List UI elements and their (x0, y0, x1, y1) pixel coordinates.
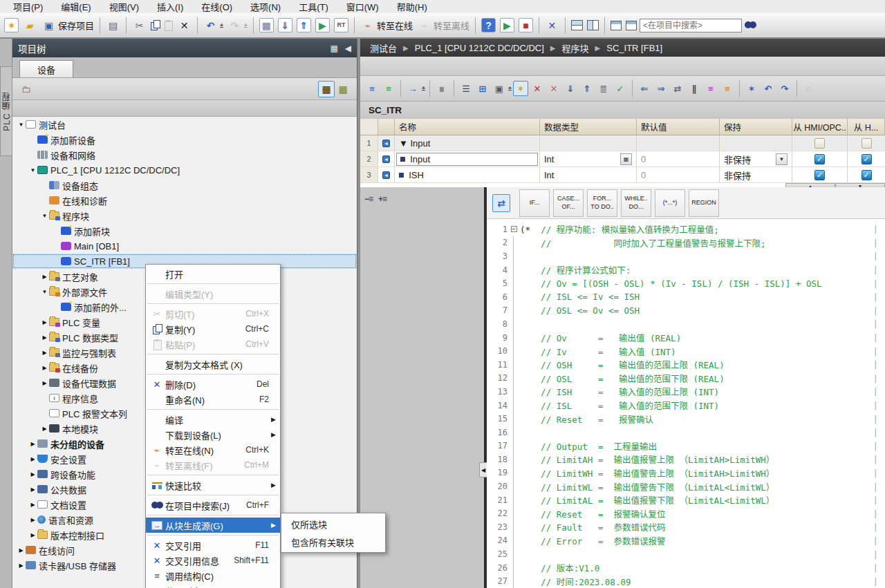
context-menu-item[interactable]: ⌁转至在线(N)Ctrl+K (146, 442, 280, 457)
tree-expand-icon[interactable]: ▶ (40, 274, 49, 280)
search-input[interactable] (640, 19, 742, 32)
code-line[interactable]: 16| (487, 426, 885, 439)
breadcrumb-item[interactable]: SC_ITR [FB1] (606, 43, 662, 53)
keep-actual-values-icon[interactable]: ∎ (434, 81, 449, 96)
code-line[interactable]: 2 // 同时加入了工程量值警告与报警上下限;| (487, 236, 885, 250)
default-value-cell[interactable]: 0 (637, 151, 720, 167)
context-menu-item[interactable]: 编译▶ (146, 412, 280, 427)
sidebar-tab-plc-programming[interactable]: PLC 编程 (0, 66, 12, 156)
tree-expand-icon[interactable]: ▶ (28, 502, 37, 508)
hmi-checkbox[interactable]: ✓ (861, 154, 872, 164)
context-menu-item[interactable]: →从块生成源(G)▶ (146, 518, 280, 533)
details-view-icon[interactable]: ▦ (318, 81, 335, 97)
tree-expand-icon[interactable]: ▼ (17, 122, 26, 128)
outdent-code-icon[interactable]: ⇄ (670, 81, 685, 96)
tree-item[interactable]: ▼测试台 (12, 117, 357, 132)
add-parameter-after-icon[interactable]: ≡ (381, 81, 396, 96)
dropdown-caret-icon[interactable]: ± (508, 85, 512, 92)
submenu-item[interactable]: 仅所选块 (281, 515, 385, 533)
context-menu-item[interactable]: 在项目中搜索(J)Ctrl+F (146, 497, 280, 513)
tree-expand-icon[interactable]: ▶ (28, 471, 37, 477)
context-menu-item[interactable]: 打开 (146, 266, 280, 281)
tree-expand-icon[interactable]: ▶ (28, 486, 37, 493)
section-expand-icon[interactable]: ▼ (399, 138, 408, 149)
new-project-button[interactable]: ✶ (3, 17, 20, 34)
tree-item[interactable]: ▼程序块 (12, 208, 357, 223)
snippet-button[interactable]: IF... (519, 189, 550, 217)
clear-errors-icon[interactable]: ✕ (530, 81, 545, 96)
tree-expand-icon[interactable]: ▶ (28, 532, 37, 538)
snippet-button[interactable]: FOR...TO DO.. (587, 189, 617, 217)
snippet-button[interactable]: REGION (689, 189, 719, 217)
code-line[interactable]: 8| (487, 317, 885, 331)
find-replace-icon[interactable]: ◌ (801, 81, 817, 96)
context-menu-item[interactable]: 下载到设备(L)▶ (146, 427, 280, 442)
tree-expand-icon[interactable]: ▶ (28, 517, 37, 523)
tree-item[interactable]: Main [OB1] (12, 238, 357, 254)
code-line[interactable]: 27 // 时间:2023.08.09| (487, 574, 885, 588)
code-line[interactable]: 15 // Reset = 报警确认| (487, 412, 885, 426)
menubar-item[interactable]: 视图(V) (100, 0, 148, 14)
name-edit-field[interactable]: Input (396, 153, 538, 166)
tree-expand-icon[interactable]: ▶ (40, 365, 49, 371)
context-menu-item[interactable]: ✕删除(D)Del (146, 377, 280, 392)
table-row[interactable]: 2◄ InputInt▦0非保持▼✓✓ (360, 151, 885, 167)
window-layout-2-button[interactable] (624, 19, 638, 32)
new-folder-icon[interactable]: 🗀 (18, 81, 35, 97)
default-value-cell[interactable] (637, 135, 720, 151)
delete-button[interactable]: ✕ (176, 17, 193, 34)
compile-button[interactable]: ▦ (258, 17, 275, 34)
code-line[interactable]: 19 // LimitWH = 输出值警告上限 （LimitAH>LimitWH… (487, 466, 885, 480)
snapshot-icon[interactable]: ▣ (492, 81, 507, 96)
consistency-check-icon[interactable]: ✓ (613, 81, 628, 96)
tree-expand-icon[interactable]: ▶ (40, 380, 49, 386)
generate-source-icon[interactable]: → (405, 81, 420, 96)
menubar-item[interactable]: 工具(T) (290, 0, 337, 14)
tree-expand-icon[interactable]: ▶ (28, 456, 37, 462)
code-line[interactable]: 7 // OSL <= Ov <= OSH| (487, 304, 885, 318)
hmi-opc-checkbox[interactable] (814, 138, 825, 149)
code-line[interactable]: 24 // Error = 参数错误报警| (487, 534, 885, 548)
hmi-checkbox[interactable] (861, 138, 872, 149)
menubar-item[interactable]: 窗口(W) (337, 0, 388, 14)
collapse-all-icon[interactable]: −≡ (364, 194, 373, 204)
dropdown-caret-icon[interactable]: ± (220, 22, 223, 29)
tree-item[interactable]: 添加新块 (12, 223, 357, 238)
block-interface-icon[interactable]: ☰ (458, 81, 474, 96)
menubar-item[interactable]: 选项(N) (241, 0, 290, 14)
stop-simulation-button[interactable]: ■ (517, 17, 534, 34)
save-project-button[interactable]: ▣保存项目 (40, 17, 95, 34)
tree-expand-icon[interactable]: ▶ (40, 426, 49, 432)
datatype-cell[interactable] (540, 135, 637, 151)
code-line[interactable]: 17 // Output = 工程量输出| (487, 439, 885, 453)
sync-split-icon[interactable]: ⇄ (492, 194, 510, 212)
code-line[interactable]: 14 // ISL = 输入值的范围下限 (INT)| (487, 399, 885, 412)
code-line[interactable]: 5 // Ov = [(OSH - OSL) * (Iv - ISL) / (I… (487, 276, 885, 290)
retain-cell[interactable]: 非保持 (720, 167, 792, 182)
code-line[interactable]: 21 // LimitAL = 输出值报警下限 （LimitAL<LimitWL… (487, 493, 885, 507)
search-in-project-button[interactable] (743, 20, 758, 30)
name-cell[interactable]: Input (395, 151, 540, 167)
code-line[interactable]: 9 // Ov = 输出值 (REAL)| (487, 331, 885, 345)
code-line[interactable]: 10 // Iv = 输入值 (INT)| (487, 344, 885, 358)
copy-snapshot-to-start-icon[interactable]: ⇓ (563, 81, 578, 96)
snippet-button[interactable]: (*...*) (655, 189, 685, 217)
table-row[interactable]: 1◄▼ Input (360, 135, 885, 151)
print-button[interactable]: ▤ (104, 17, 122, 34)
tree-item[interactable]: 设备和网络 (12, 147, 357, 162)
tree-expand-icon[interactable]: ▶ (40, 334, 49, 341)
breadcrumb-item[interactable]: 程序块 (562, 41, 589, 55)
context-menu-item[interactable]: 复制为文本格式 (X) (146, 357, 280, 372)
code-line[interactable]: 11 // OSH = 输出值的范围上限 (REAL)| (487, 358, 885, 372)
go-online-button[interactable]: ⌁转至在线 (359, 17, 414, 34)
menubar-item[interactable]: 帮助(H) (388, 0, 436, 14)
goto-next-icon[interactable]: ⇒ (653, 81, 669, 96)
dropdown-caret-icon[interactable]: ± (422, 85, 425, 92)
retain-cell[interactable]: 非保持▼ (720, 151, 792, 167)
retain-dropdown-icon[interactable]: ▼ (776, 153, 788, 165)
breadcrumb-item[interactable]: PLC_1 [CPU 1212C DC/DC/DC] (415, 43, 544, 53)
code-line[interactable]: 4 // 程序计算公式如下:| (487, 263, 885, 277)
copy-button[interactable] (149, 19, 161, 32)
context-menu-item[interactable]: ✕交叉引用F11 (146, 538, 280, 553)
mark-purple-icon[interactable]: ≡ (703, 81, 718, 96)
